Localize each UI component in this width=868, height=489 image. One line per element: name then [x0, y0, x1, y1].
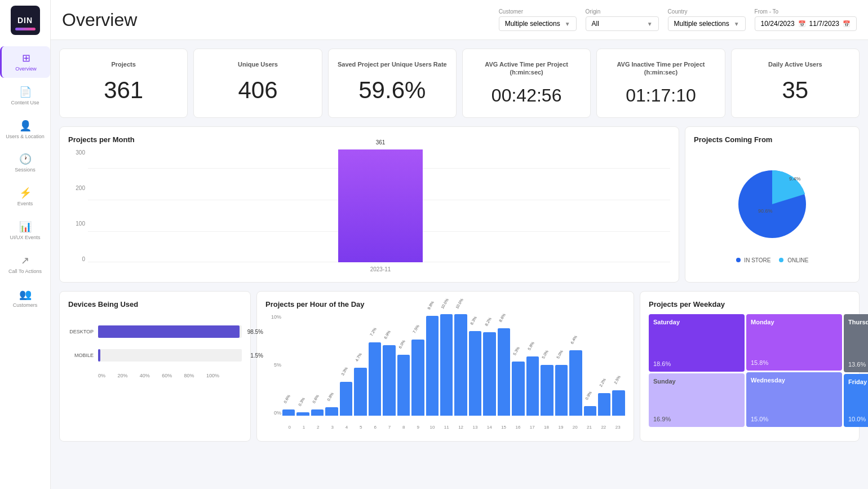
hour-bar-val-8: 6.0%: [398, 339, 406, 349]
hour-bar-16: 5.3%: [512, 362, 524, 415]
treemap-right-col: Thursday 13.6% Tuesday 10.2% Friday: [844, 314, 868, 427]
country-filter[interactable]: Country Multiple selections ▼: [668, 8, 746, 31]
kpi-value-daily-active: 35: [782, 77, 808, 104]
bottom-charts-row: Devices Being Used DESKTOP 98.5% MOBILE: [59, 291, 860, 442]
hour-chart: Projects per Hour of the Day 10% 5% 0% 0…: [256, 291, 634, 442]
hour-bar-val-4: 3.3%: [340, 367, 348, 376]
hour-x-label-14: 14: [482, 425, 497, 430]
hour-x-label-16: 16: [511, 425, 525, 430]
sidebar-item-label-customers: Customers: [13, 302, 38, 309]
sidebar-item-overview[interactable]: ⊞ Overview: [0, 46, 50, 78]
sidebar-item-label-uiux: UI/UX Events: [10, 235, 40, 241]
hour-bar-val-19: 5.0%: [556, 349, 564, 359]
customer-select[interactable]: Multiple selections ▼: [499, 16, 577, 31]
sidebar-item-cta[interactable]: ↗ Call To Actions: [0, 249, 50, 280]
hour-bar-0: 0.6%: [282, 409, 295, 416]
friday-pct: 10.0%: [848, 416, 866, 422]
thursday-label: Thursday: [848, 319, 868, 325]
x-label-40: 40%: [140, 373, 150, 378]
treemap-cell-saturday: Saturday 18.6%: [649, 314, 745, 372]
hour-bar-val-13: 8.3%: [470, 316, 477, 325]
sidebar-item-label-content-use: Content Use: [11, 100, 39, 106]
coming-from-chart: Projects Coming From 90.6% 9.4%: [685, 126, 860, 283]
sidebar-item-content-use[interactable]: 📄 Content Use: [0, 80, 50, 112]
hour-bar-18: 5.0%: [541, 365, 553, 416]
hour-bar-12: 10.0%: [454, 314, 467, 416]
kpi-title-daily-active: Daily Active Users: [768, 60, 822, 68]
projects-month-bar-container: 300 200 100 0 361 2023-11: [68, 149, 670, 274]
sidebar-item-users-location[interactable]: 👤 Users & Location: [0, 114, 50, 146]
header: Overview Customer Multiple selections ▼ …: [51, 0, 868, 40]
treemap-cell-monday: Monday 15.8%: [746, 314, 842, 371]
treemap-cell-wednesday: Wednesday 15.0%: [746, 372, 842, 426]
x-label-80: 80%: [184, 373, 194, 378]
date-filter[interactable]: From - To 10/24/2023 📅 11/7/2023 📅: [755, 8, 857, 31]
hour-x-label-20: 20: [568, 425, 582, 430]
sidebar-item-label-overview: Overview: [15, 66, 37, 72]
wednesday-label: Wednesday: [751, 377, 838, 384]
sidebar-item-label-users-location: Users & Location: [6, 134, 45, 140]
devices-chart: Devices Being Used DESKTOP 98.5% MOBILE: [59, 291, 251, 442]
kpi-card-avg-inactive: AVG Inactive Time per Project (h:min:sec…: [596, 49, 725, 118]
hour-x-label-7: 7: [382, 425, 396, 430]
country-select[interactable]: Multiple selections ▼: [668, 16, 746, 31]
in-store-dot: [736, 258, 741, 262]
uiux-icon: 📊: [19, 221, 32, 233]
kpi-card-projects: Projects 361: [59, 49, 188, 118]
origin-select[interactable]: All ▼: [586, 16, 659, 31]
hour-x-label-8: 8: [397, 425, 411, 430]
pie-container: 90.6% 9.4% IN STORE ONLINE: [694, 149, 851, 274]
hour-y-5: 5%: [274, 362, 281, 368]
hour-bar-17: 5.8%: [526, 356, 539, 415]
pie-wrapper: 90.6% 9.4%: [727, 159, 817, 252]
customers-icon: 👥: [19, 288, 32, 301]
customer-filter[interactable]: Customer Multiple selections ▼: [499, 8, 577, 31]
devices-x-axis: 0% 20% 40% 60% 80% 100%: [68, 373, 242, 378]
hour-x-label-11: 11: [440, 425, 454, 430]
hour-bar-val-3: 0.8%: [326, 392, 334, 402]
origin-filter[interactable]: Origin All ▼: [586, 8, 659, 31]
kpi-row: Projects 361 Unique Users 406 Saved Proj…: [59, 49, 860, 118]
kpi-title-avg-inactive: AVG Inactive Time per Project (h:min:sec…: [605, 60, 716, 77]
hour-x-label-22: 22: [596, 425, 610, 430]
hour-bar-val-1: 0.3%: [298, 397, 305, 407]
legend-item-online: ONLINE: [779, 257, 808, 263]
hour-x-label-6: 6: [368, 425, 382, 430]
sidebar-item-uiux[interactable]: 📊 UI/UX Events: [0, 215, 50, 246]
hour-bar-5: 4.7%: [354, 368, 366, 416]
hour-bar-val-18: 5.0%: [541, 349, 549, 359]
wednesday-pct: 15.0%: [751, 416, 768, 422]
hour-x-label-1: 1: [296, 425, 311, 430]
calendar-icon-to: 📅: [843, 20, 851, 28]
hour-bar-val-5: 4.7%: [355, 353, 362, 362]
devices-title: Devices Being Used: [68, 300, 242, 309]
sidebar-item-customers[interactable]: 👥 Customers: [0, 283, 50, 314]
device-row-desktop: DESKTOP 98.5%: [68, 325, 242, 338]
projects-month-bar: 361 2023-11: [338, 149, 423, 262]
sidebar-item-sessions[interactable]: 🕐 Sessions: [0, 147, 50, 179]
hour-bar-14: 8.2%: [483, 332, 495, 416]
x-label-60: 60%: [162, 373, 172, 378]
sidebar-item-label-cta: Call To Actions: [8, 268, 42, 275]
online-label: ONLINE: [787, 257, 808, 263]
device-pct-mobile: 1.5%: [250, 352, 263, 358]
treemap-right-top: Thursday 13.6% Tuesday 10.2%: [844, 314, 868, 373]
hour-x-label-17: 17: [525, 425, 539, 430]
thursday-pct: 13.6%: [848, 361, 866, 368]
treemap-mid-col: Monday 15.8% Wednesday 15.0%: [746, 314, 842, 427]
hour-bar-val-9: 7.5%: [412, 324, 420, 333]
x-label-20: 20%: [117, 373, 127, 378]
date-range-picker[interactable]: 10/24/2023 📅 11/7/2023 📅: [755, 16, 857, 31]
hour-bar-10: 9.8%: [426, 316, 439, 415]
hour-x-label-19: 19: [553, 425, 568, 430]
origin-select-value: All: [592, 20, 599, 28]
kpi-title-avg-active: AVG Active Time per Project (h:min:sec): [471, 60, 582, 77]
hour-bar-15: 8.6%: [498, 328, 510, 416]
device-track-desktop: 98.5%: [98, 325, 242, 338]
hour-x-label-10: 10: [425, 425, 439, 430]
hour-bar-7: 6.9%: [383, 345, 395, 415]
hour-bar-4: 3.3%: [340, 382, 352, 415]
sidebar-item-events[interactable]: ⚡ Events: [0, 181, 50, 213]
y-label-100: 100: [76, 221, 85, 227]
device-row-mobile: MOBILE 1.5%: [68, 349, 242, 362]
